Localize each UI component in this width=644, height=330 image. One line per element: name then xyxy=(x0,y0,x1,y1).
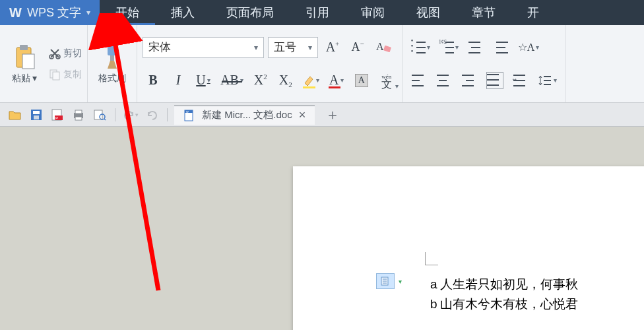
italic-button[interactable]: I xyxy=(168,70,189,91)
align-distribute-button[interactable] xyxy=(510,70,531,91)
align-center-button[interactable] xyxy=(434,70,455,91)
svg-text:A: A xyxy=(376,41,384,52)
outdent-icon xyxy=(468,40,483,55)
paste-options-button[interactable] xyxy=(376,273,395,289)
workspace: a人生若只如初见，何事秋 b山有木兮木有枝，心悦君 xyxy=(0,127,644,330)
preview-icon xyxy=(93,109,106,121)
quick-access-bar: P ▾ W 新建 Micr... 文档.doc × ＋ xyxy=(0,103,644,127)
svg-text:P: P xyxy=(55,116,58,120)
superscript-button[interactable]: X2 xyxy=(250,70,271,91)
svg-text:W: W xyxy=(186,110,189,114)
chevron-down-icon: ▾ xyxy=(308,43,312,52)
clear-format-button[interactable]: A xyxy=(372,37,395,58)
line-spacing-button[interactable]: ▾ xyxy=(535,70,560,91)
document-tab[interactable]: W 新建 Micr... 文档.doc × xyxy=(174,105,315,125)
align-right-button[interactable] xyxy=(459,70,480,91)
doc-icon: W xyxy=(183,110,195,121)
svg-rect-1 xyxy=(20,45,28,50)
menu-bar: W WPS 文字 ▾ 开始 插入 页面布局 引用 审阅 视图 章节 开 xyxy=(0,0,644,25)
align-right-icon xyxy=(462,73,476,88)
print-button[interactable] xyxy=(70,106,87,123)
tab-insert[interactable]: 插入 xyxy=(155,0,210,25)
save-button[interactable] xyxy=(28,106,45,123)
shrink-font-button[interactable]: A− xyxy=(347,37,368,58)
copy-button[interactable]: 复制 xyxy=(49,69,82,81)
tab-references[interactable]: 引用 xyxy=(290,0,345,25)
export-pdf-button[interactable]: P xyxy=(49,106,66,123)
subscript-button[interactable]: X2 xyxy=(275,70,296,91)
align-left-button[interactable] xyxy=(408,70,430,91)
tab-cutoff[interactable]: 开 xyxy=(511,0,555,25)
tab-review[interactable]: 审阅 xyxy=(345,0,401,25)
text-tools-button[interactable]: ☆A▾ xyxy=(515,37,542,58)
clipboard-icon xyxy=(13,44,36,70)
margin-corner-icon xyxy=(425,252,438,265)
bullet-list-button[interactable]: ▾ xyxy=(408,37,433,58)
redo-icon xyxy=(146,110,158,120)
align-justify-button[interactable] xyxy=(484,70,506,91)
underline-button[interactable]: U▾ xyxy=(193,70,214,91)
tab-view[interactable]: 视图 xyxy=(401,0,456,25)
print-preview-button[interactable] xyxy=(91,106,108,123)
align-distribute-icon xyxy=(513,73,528,88)
eraser-icon: A xyxy=(375,40,392,55)
svg-rect-15 xyxy=(33,111,40,114)
font-color-button[interactable]: A▾ xyxy=(326,70,347,91)
document-content[interactable]: a人生若只如初见，何事秋 b山有木兮木有枝，心悦君 xyxy=(430,275,578,314)
paste-button[interactable]: 粘贴 ▾ xyxy=(5,29,44,98)
text-line: b山有木兮木有枝，心悦君 xyxy=(430,294,578,314)
font-color-swatch xyxy=(329,86,340,88)
floppy-icon xyxy=(30,109,42,121)
group-clipboard: 粘贴 ▾ 剪切 复制 xyxy=(0,25,88,102)
app-name: WPS 文字 xyxy=(27,5,81,20)
number-list-button[interactable]: ▾ xyxy=(437,37,461,58)
strikethrough-button[interactable]: AB▾ xyxy=(218,70,246,91)
svg-rect-2 xyxy=(22,54,34,69)
highlight-button[interactable]: ▾ xyxy=(300,70,322,91)
undo-button[interactable]: ▾ xyxy=(122,106,139,123)
decrease-indent-button[interactable] xyxy=(465,37,486,58)
close-tab-button[interactable]: × xyxy=(299,108,306,122)
format-painter-button[interactable]: 格式刷 xyxy=(93,29,131,98)
bold-button[interactable]: B xyxy=(143,70,164,91)
bullet-list-icon xyxy=(411,40,426,55)
svg-rect-22 xyxy=(75,117,82,120)
new-tab-button[interactable]: ＋ xyxy=(319,105,346,125)
svg-rect-6 xyxy=(53,72,59,80)
folder-open-icon xyxy=(9,109,22,121)
app-menu[interactable]: W WPS 文字 ▾ xyxy=(0,0,100,25)
number-list-icon xyxy=(439,40,454,55)
phonetic-guide-button[interactable]: wén文▾ xyxy=(376,70,397,91)
cut-button[interactable]: 剪切 xyxy=(49,48,82,59)
svg-line-25 xyxy=(104,119,106,120)
svg-rect-16 xyxy=(34,116,39,119)
char-shading-button[interactable]: A xyxy=(351,70,372,91)
undo-icon xyxy=(123,110,135,120)
tab-home[interactable]: 开始 xyxy=(100,0,155,25)
grow-font-button[interactable]: A+ xyxy=(322,37,343,58)
chevron-down-icon: ▾ xyxy=(254,43,258,52)
svg-rect-21 xyxy=(75,110,82,114)
group-font: 宋体▾ 五号▾ A+ A− A B I U▾ AB▾ X2 X2 ▾ A▾ A … xyxy=(137,25,403,102)
font-size-select[interactable]: 五号▾ xyxy=(268,37,318,58)
line-spacing-icon xyxy=(538,74,552,87)
increase-indent-button[interactable] xyxy=(490,37,511,58)
align-center-icon xyxy=(437,73,451,88)
tab-page-layout[interactable]: 页面布局 xyxy=(210,0,290,25)
tab-section[interactable]: 章节 xyxy=(456,0,511,25)
svg-rect-8 xyxy=(110,55,114,61)
font-name-select[interactable]: 宋体▾ xyxy=(143,37,264,58)
svg-rect-10 xyxy=(383,45,391,52)
group-paragraph: ▾ ▾ ☆A▾ ▾ xyxy=(403,25,565,102)
svg-rect-7 xyxy=(108,46,117,55)
align-justify-icon xyxy=(486,72,503,89)
scissors-icon xyxy=(49,48,61,59)
separator xyxy=(167,108,168,121)
document-page[interactable]: a人生若只如初见，何事秋 b山有木兮木有枝，心悦君 xyxy=(293,166,644,330)
open-button[interactable] xyxy=(7,106,24,123)
shading-icon: A xyxy=(355,74,368,87)
app-logo-icon: W xyxy=(9,5,22,20)
ribbon: 粘贴 ▾ 剪切 复制 格式刷 宋体▾ 五号▾ A+ A− xyxy=(0,25,644,103)
paintbrush-icon xyxy=(101,44,123,70)
redo-button[interactable] xyxy=(143,106,160,123)
